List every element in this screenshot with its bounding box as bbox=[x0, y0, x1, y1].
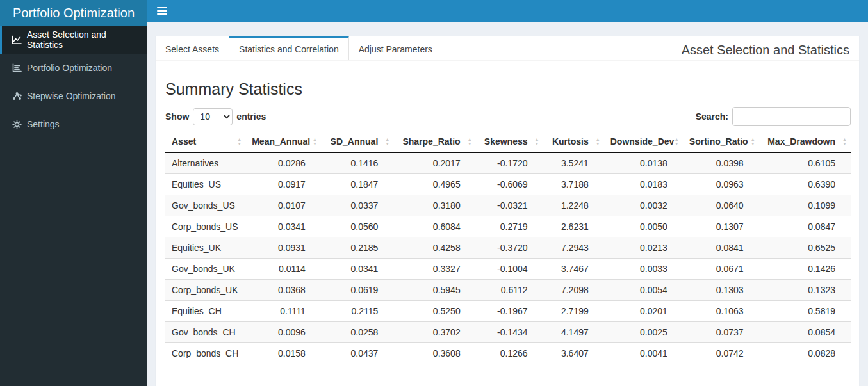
top-navbar bbox=[147, 0, 868, 22]
bar-chart-icon bbox=[10, 63, 24, 72]
asset-cell: Corp_bonds_CH bbox=[165, 343, 245, 364]
section-heading: Summary Statistics bbox=[165, 80, 851, 99]
value-cell: 0.0158 bbox=[245, 343, 321, 364]
sidebar-item-label: Settings bbox=[27, 119, 60, 129]
tab-select-assets[interactable]: Select Assets bbox=[156, 36, 229, 60]
value-cell: 0.1303 bbox=[683, 280, 759, 301]
sort-icon[interactable]: ▲▼ bbox=[535, 137, 539, 146]
sort-icon[interactable]: ▲▼ bbox=[385, 137, 389, 146]
column-header-skewness[interactable]: Skewness▲▼ bbox=[476, 131, 543, 153]
tab-statistics-and-correlation[interactable]: Statistics and Correlation bbox=[229, 36, 349, 60]
table-header-row: Asset▲▼Mean_Annual▲▼SD_Annual▲▼Sharpe_Ra… bbox=[165, 131, 851, 153]
table-row: Alternatives0.02860.14160.2017-0.17203.5… bbox=[165, 153, 851, 174]
table-row: Equities_CH0.11110.21150.5250-0.19672.71… bbox=[165, 301, 851, 322]
sidebar-item-asset-selection[interactable]: Asset Selection and Statistics bbox=[0, 26, 147, 54]
sidebar-item-label: Portfolio Optimization bbox=[27, 63, 112, 73]
table-row: Equities_UK0.09310.21850.4258-0.37207.29… bbox=[165, 237, 851, 259]
search-input[interactable] bbox=[732, 107, 851, 126]
summary-statistics-table: Asset▲▼Mean_Annual▲▼SD_Annual▲▼Sharpe_Ra… bbox=[165, 131, 851, 364]
sort-icon[interactable]: ▲▼ bbox=[751, 137, 755, 146]
column-header-sharpe_ratio[interactable]: Sharpe_Ratio▲▼ bbox=[393, 131, 475, 153]
value-cell: 0.0963 bbox=[683, 174, 759, 195]
asset-cell: Equities_CH bbox=[165, 301, 245, 322]
value-cell: 0.6112 bbox=[476, 280, 543, 301]
value-cell: 0.6084 bbox=[393, 216, 475, 237]
sort-icon[interactable]: ▲▼ bbox=[237, 137, 242, 146]
table-row: Gov_bonds_US0.01070.03370.3180-0.03211.2… bbox=[165, 195, 851, 216]
table-row: Corp_bonds_CH0.01580.04370.36080.12663.6… bbox=[165, 343, 851, 364]
value-cell: 0.3180 bbox=[393, 195, 475, 216]
value-cell: -0.1434 bbox=[476, 322, 543, 343]
value-cell: 0.1111 bbox=[245, 301, 321, 322]
tab-bar: Select Assets Statistics and Correlation… bbox=[156, 36, 859, 61]
value-cell: 0.0050 bbox=[604, 216, 683, 237]
sidebar-item-label: Asset Selection and Statistics bbox=[27, 29, 142, 50]
value-cell: 0.1426 bbox=[759, 259, 851, 280]
column-header-kurtosis[interactable]: Kurtosis▲▼ bbox=[543, 131, 604, 153]
table-row: Corp_bonds_US0.03410.05600.60840.27192.6… bbox=[165, 216, 851, 237]
value-cell: 0.0841 bbox=[683, 237, 759, 259]
sort-icon[interactable]: ▲▼ bbox=[468, 137, 472, 146]
asset-cell: Equities_US bbox=[165, 174, 245, 195]
value-cell: 0.6390 bbox=[759, 174, 851, 195]
value-cell: -0.6069 bbox=[476, 174, 543, 195]
value-cell: 0.0213 bbox=[604, 237, 683, 259]
column-header-max_drawdown[interactable]: Max_Drawdown▲▼ bbox=[759, 131, 851, 153]
value-cell: 0.0828 bbox=[759, 343, 851, 364]
tab-box: Select Assets Statistics and Correlation… bbox=[156, 36, 859, 386]
value-cell: 0.2017 bbox=[393, 153, 475, 174]
sidebar-toggle-button[interactable] bbox=[147, 0, 176, 22]
value-cell: 0.0671 bbox=[683, 259, 759, 280]
value-cell: 0.4258 bbox=[393, 237, 475, 259]
app-logo[interactable]: Portfolio Optimization bbox=[0, 0, 147, 26]
asset-cell: Equities_UK bbox=[165, 237, 245, 259]
value-cell: 0.0032 bbox=[604, 195, 683, 216]
sidebar-item-stepwise-optimization[interactable]: Stepwise Optimization bbox=[0, 82, 147, 110]
column-header-downside_dev[interactable]: Downside_Dev▲▼ bbox=[604, 131, 683, 153]
value-cell: 0.0258 bbox=[321, 322, 393, 343]
value-cell: 0.0096 bbox=[245, 322, 321, 343]
value-cell: 3.6407 bbox=[543, 343, 604, 364]
page-length-select[interactable]: 10 bbox=[193, 108, 233, 125]
value-cell: 0.0931 bbox=[245, 237, 321, 259]
tab-adjust-parameters[interactable]: Adjust Parameters bbox=[349, 36, 442, 60]
column-header-mean_annual[interactable]: Mean_Annual▲▼ bbox=[245, 131, 321, 153]
asset-cell: Gov_bonds_CH bbox=[165, 322, 245, 343]
value-cell: 0.0033 bbox=[604, 259, 683, 280]
table-body: Alternatives0.02860.14160.2017-0.17203.5… bbox=[165, 153, 851, 364]
sort-icon[interactable]: ▲▼ bbox=[313, 137, 317, 146]
value-cell: 0.2185 bbox=[321, 237, 393, 259]
value-cell: 0.1063 bbox=[683, 301, 759, 322]
column-header-asset[interactable]: Asset▲▼ bbox=[165, 131, 245, 153]
value-cell: 0.1099 bbox=[759, 195, 851, 216]
sort-icon[interactable]: ▲▼ bbox=[675, 137, 679, 146]
value-cell: 2.6231 bbox=[543, 216, 604, 237]
value-cell: 0.0025 bbox=[604, 322, 683, 343]
sidebar-item-settings[interactable]: Settings bbox=[0, 110, 147, 138]
column-header-sortino_ratio[interactable]: Sortino_Ratio▲▼ bbox=[683, 131, 759, 153]
value-cell: 0.0341 bbox=[321, 259, 393, 280]
sort-icon[interactable]: ▲▼ bbox=[842, 137, 847, 146]
value-cell: 0.6105 bbox=[759, 153, 851, 174]
column-header-sd_annual[interactable]: SD_Annual▲▼ bbox=[321, 131, 393, 153]
entries-label: entries bbox=[236, 111, 266, 122]
value-cell: 0.0107 bbox=[245, 195, 321, 216]
asset-cell: Corp_bonds_UK bbox=[165, 280, 245, 301]
value-cell: 0.0742 bbox=[683, 343, 759, 364]
value-cell: 1.2248 bbox=[543, 195, 604, 216]
value-cell: 0.2719 bbox=[476, 216, 543, 237]
value-cell: 0.3608 bbox=[393, 343, 475, 364]
nodes-icon bbox=[10, 92, 24, 101]
value-cell: 0.0114 bbox=[245, 259, 321, 280]
sort-icon[interactable]: ▲▼ bbox=[596, 137, 600, 146]
value-cell: 0.1847 bbox=[321, 174, 393, 195]
value-cell: 0.3702 bbox=[393, 322, 475, 343]
value-cell: 7.2098 bbox=[543, 280, 604, 301]
gear-icon bbox=[10, 120, 24, 129]
value-cell: 0.6525 bbox=[759, 237, 851, 259]
value-cell: 0.2115 bbox=[321, 301, 393, 322]
value-cell: 0.0854 bbox=[759, 322, 851, 343]
sidebar-item-portfolio-optimization[interactable]: Portfolio Optimization bbox=[0, 54, 147, 82]
asset-cell: Gov_bonds_UK bbox=[165, 259, 245, 280]
value-cell: 0.5945 bbox=[393, 280, 475, 301]
